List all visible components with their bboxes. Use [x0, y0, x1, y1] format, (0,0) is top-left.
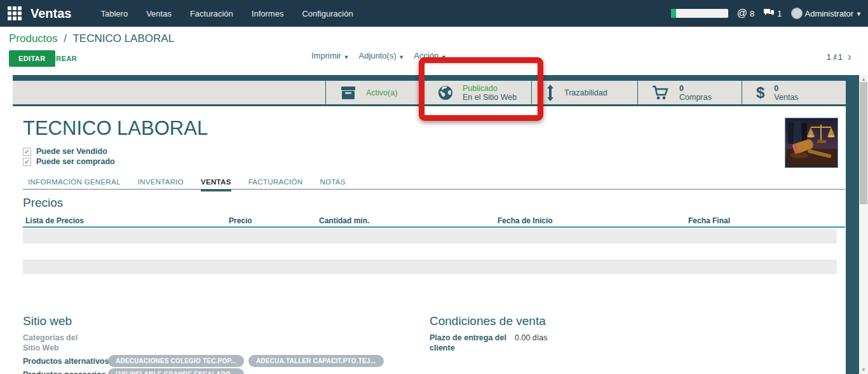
action-dropdown[interactable]: Acción ▼	[414, 51, 447, 60]
apps-menu-icon[interactable]	[8, 6, 22, 20]
scrollbar-thumb[interactable]	[860, 82, 867, 204]
stat-button-traceability[interactable]: Trazabilidad	[531, 81, 637, 104]
pager-next-icon[interactable]: ›	[848, 50, 851, 64]
create-button[interactable]: CREAR	[51, 55, 77, 62]
stat-line1: Publicado	[463, 84, 517, 93]
product-title: TECNICO LABORAL	[23, 117, 208, 140]
stat-button-published[interactable]: Publicado En el Sitio Web	[423, 81, 531, 104]
form-toolbar: Imprimir ▼ Adjunto(s) ▼ Acción ▼	[311, 51, 447, 60]
necesarios-tags: [18] INFLABLE GRANDE ESCALADO...	[108, 368, 244, 374]
pager-previous-icon[interactable]: ‹	[834, 50, 837, 64]
archive-box-icon	[340, 86, 356, 100]
checkbox-label: Puede ser comprado	[36, 157, 115, 166]
column-header-fecha-final[interactable]: Fecha Final	[688, 216, 730, 225]
tabs-divider	[23, 189, 845, 190]
stat-label: Ventas	[774, 93, 798, 102]
attachments-dropdown[interactable]: Adjunto(s) ▼	[358, 51, 404, 60]
section-heading-condiciones: Condiciones de venta	[430, 314, 546, 328]
main-menu: Tablero Ventas Facturación Informes Conf…	[100, 9, 353, 18]
message-count: 1	[777, 9, 782, 18]
print-dropdown[interactable]: Imprimir ▼	[311, 51, 349, 60]
menu-informes[interactable]: Informes	[252, 9, 284, 18]
activity-count: 8	[750, 9, 754, 18]
breadcrumb-current: TECNICO LABORAL	[72, 32, 174, 45]
column-header-cantidad-min[interactable]: Cantidad mín.	[319, 216, 369, 225]
tag-producto-alternativo[interactable]: ADECUACIONES COLEGIO TEC.POP...	[108, 355, 244, 367]
checkbox-label: Puede ser Vendido	[36, 147, 107, 156]
stat-button-active[interactable]: Activo(a)	[325, 81, 423, 104]
chevron-down-icon: ▼	[344, 54, 349, 60]
chat-bubbles-icon	[763, 8, 775, 19]
menu-tablero[interactable]: Tablero	[100, 9, 128, 18]
stat-button-purchases[interactable]: 0 Compras	[637, 81, 742, 104]
sheet-band-border	[13, 104, 846, 106]
shopping-cart-icon	[652, 85, 670, 100]
checkbox-can-be-sold: ✔ Puede ser Vendido	[23, 147, 107, 156]
at-icon: @	[737, 8, 747, 19]
app-brand[interactable]: Ventas	[31, 6, 71, 21]
column-header-fecha-inicio[interactable]: Fecha de Inicio	[498, 216, 553, 225]
stat-label: Compras	[679, 93, 712, 102]
label-productos-necesarios: Productos necesarios	[23, 370, 106, 374]
up-down-arrows-icon	[546, 85, 555, 101]
stat-label: Trazabilidad	[564, 88, 607, 97]
stat-line2: En el Sitio Web	[463, 93, 517, 102]
menu-ventas[interactable]: Ventas	[146, 9, 172, 18]
stat-value: 0	[679, 84, 712, 93]
table-header-rule	[23, 226, 845, 228]
username: Administrator	[805, 9, 854, 18]
tag-producto-necesario[interactable]: [18] INFLABLE GRANDE ESCALADO...	[108, 368, 244, 374]
value-plazo-entrega: 0.00 días	[515, 333, 547, 342]
checkbox-icon[interactable]: ✔	[23, 148, 31, 156]
column-header-lista-de-precios[interactable]: Lista de Precios	[25, 216, 84, 225]
breadcrumb: Productos / TECNICO LABORAL	[9, 32, 174, 45]
tag-producto-alternativo[interactable]: ADECUA.TALLER CAPACIT.PTO.TEJ...	[248, 355, 384, 367]
dollar-icon: $	[756, 85, 764, 100]
sheet-right-gutter	[846, 75, 859, 374]
chevron-down-icon: ▼	[856, 11, 862, 17]
subscription-timer-bar[interactable]	[671, 9, 728, 18]
stat-value: 0	[774, 84, 798, 93]
top-navbar: Ventas Tablero Ventas Facturación Inform…	[0, 0, 868, 27]
section-heading-sitio-web: Sitio web	[23, 314, 72, 328]
breadcrumb-separator: /	[64, 32, 67, 45]
table-row[interactable]	[23, 229, 837, 244]
product-image[interactable]	[785, 118, 838, 168]
scroll-down-icon[interactable]: ▼	[859, 367, 868, 373]
chevron-down-icon: ▼	[398, 54, 404, 60]
section-heading-precios: Precios	[23, 196, 63, 210]
globe-icon	[438, 85, 453, 100]
edit-button[interactable]: EDITAR	[9, 50, 55, 67]
alternativos-tags: ADECUACIONES COLEGIO TEC.POP... ADECUA.T…	[108, 355, 384, 367]
label-productos-alternativos: Productos alternativos	[23, 356, 109, 366]
table-row[interactable]	[23, 260, 837, 274]
messages-indicator[interactable]: 1	[763, 8, 782, 19]
menu-facturacion[interactable]: Facturación	[190, 9, 233, 18]
avatar	[791, 8, 803, 19]
checkbox-icon[interactable]: ✔	[23, 158, 31, 166]
checkbox-can-be-purchased: ✔ Puede ser comprado	[23, 157, 115, 166]
label-categorias-sitio-web: Categorías del Sitio Web	[23, 333, 94, 353]
stat-label: Activo(a)	[366, 88, 397, 97]
column-header-precio[interactable]: Precio	[229, 216, 252, 225]
activities-indicator[interactable]: @ 8	[737, 8, 754, 19]
label-plazo-entrega: Plazo de entrega del cliente	[430, 333, 507, 353]
sheet-top-border	[13, 75, 846, 81]
user-menu[interactable]: Administrator ▼	[791, 8, 862, 19]
stat-button-sales[interactable]: $ 0 Ventas	[742, 81, 846, 104]
vertical-scrollbar[interactable]: ▲ ▼	[859, 75, 868, 374]
scroll-up-icon[interactable]: ▲	[859, 76, 868, 82]
menu-configuracion[interactable]: Configuración	[302, 9, 353, 18]
chevron-down-icon: ▼	[441, 54, 447, 60]
breadcrumb-parent[interactable]: Productos	[9, 32, 58, 45]
